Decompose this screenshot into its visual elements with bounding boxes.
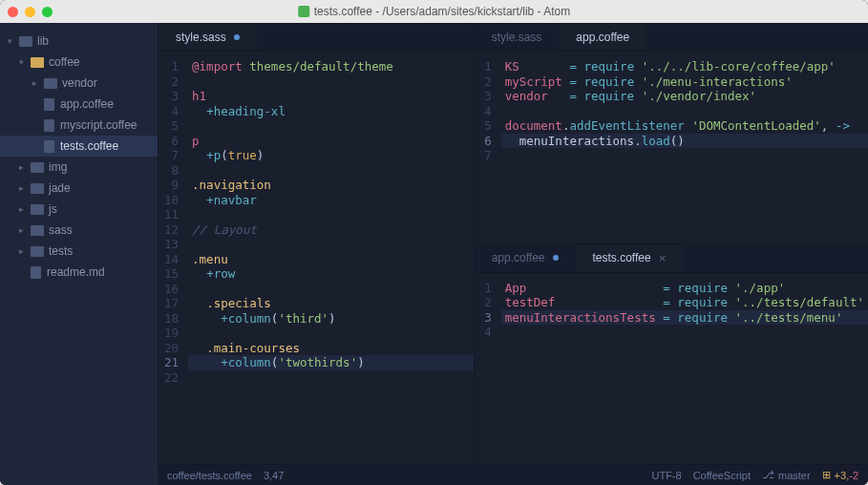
tree-item-sass[interactable]: ▸sass bbox=[0, 220, 158, 241]
code-line[interactable]: h1 bbox=[188, 89, 474, 104]
line-number: 15 bbox=[164, 266, 179, 282]
code-area[interactable]: KS = require '../../lib-core/coffee/app'… bbox=[501, 52, 868, 243]
tree-view[interactable]: ▾ lib ▾coffee▸vendorapp.coffeemyscript.c… bbox=[0, 23, 158, 485]
editor[interactable]: 1234 App = require './app'testDef = requ… bbox=[475, 273, 868, 465]
code-line[interactable] bbox=[501, 104, 868, 119]
close-icon[interactable] bbox=[8, 7, 18, 17]
line-number: 4 bbox=[164, 104, 179, 119]
chevron-icon[interactable]: ▸ bbox=[19, 221, 29, 239]
code-line[interactable]: +navbar bbox=[188, 193, 474, 208]
editor[interactable]: 12345678910111213141516171819202122 @imp… bbox=[159, 52, 474, 464]
tab-style-sass[interactable]: style.sass bbox=[159, 23, 257, 51]
line-number: 2 bbox=[480, 295, 492, 310]
zoom-icon[interactable] bbox=[42, 7, 53, 17]
code-line[interactable] bbox=[188, 118, 474, 134]
code-line[interactable]: +row bbox=[188, 266, 474, 282]
chevron-icon[interactable]: ▸ bbox=[19, 200, 29, 218]
close-icon[interactable]: × bbox=[659, 251, 667, 265]
gutter: 12345678910111213141516171819202122 bbox=[159, 52, 188, 464]
code-line[interactable] bbox=[188, 74, 474, 90]
chevron-icon[interactable]: ▸ bbox=[19, 242, 29, 260]
tab-bar[interactable]: style.sassapp.coffee bbox=[475, 23, 868, 52]
code-line[interactable]: .main-courses bbox=[188, 341, 474, 356]
tree-item-tests[interactable]: ▸tests bbox=[0, 241, 158, 262]
status-path[interactable]: coffee/tests.coffee bbox=[167, 470, 252, 481]
line-number: 5 bbox=[480, 118, 492, 134]
chevron-icon[interactable]: ▸ bbox=[32, 74, 42, 92]
status-language[interactable]: CoffeeScript bbox=[693, 470, 751, 481]
chevron-icon[interactable]: ▸ bbox=[19, 158, 29, 176]
line-number: 17 bbox=[164, 296, 179, 311]
tree-label: coffee bbox=[49, 53, 79, 71]
code-line[interactable] bbox=[501, 325, 868, 340]
code-line[interactable]: App = require './app' bbox=[501, 281, 868, 296]
code-line[interactable]: menuInteractions.load() bbox=[501, 134, 868, 149]
line-number: 3 bbox=[480, 89, 492, 104]
line-number: 3 bbox=[480, 310, 492, 326]
code-area[interactable]: @import themes/default/theme h1 +heading… bbox=[188, 52, 474, 464]
status-git-diff[interactable]: +3,-2 bbox=[835, 470, 858, 481]
line-number: 3 bbox=[164, 89, 179, 104]
line-number: 21 bbox=[164, 355, 179, 370]
git-diff-icon: ⊞ bbox=[822, 469, 831, 481]
line-number: 6 bbox=[164, 134, 179, 149]
code-line[interactable]: myScript = require './menu-interactions' bbox=[501, 74, 868, 90]
chevron-icon[interactable]: ▾ bbox=[19, 53, 29, 71]
code-line[interactable]: +column('twothirds') bbox=[188, 355, 474, 370]
status-encoding[interactable]: UTF-8 bbox=[651, 470, 681, 481]
code-line[interactable]: document.addEventListener 'DOMContentLoa… bbox=[501, 118, 868, 134]
code-line[interactable] bbox=[188, 370, 474, 386]
tree-item-coffee[interactable]: ▾coffee bbox=[0, 52, 158, 73]
tree-item-readme-md[interactable]: readme.md bbox=[0, 262, 158, 283]
tab-style-sass[interactable]: style.sass bbox=[475, 23, 560, 51]
code-line[interactable] bbox=[188, 282, 474, 297]
code-line[interactable]: p bbox=[188, 134, 474, 149]
tree-item-img[interactable]: ▸img bbox=[0, 157, 158, 178]
code-line[interactable]: // Layout bbox=[188, 222, 474, 238]
code-line[interactable]: +heading-xl bbox=[188, 104, 474, 119]
titlebar[interactable]: tests.coffee - /Users/adam/sites/kicksta… bbox=[0, 0, 868, 23]
window-title: tests.coffee - /Users/adam/sites/kicksta… bbox=[298, 5, 571, 18]
code-line[interactable]: vendor = require './vendor/index' bbox=[501, 89, 868, 104]
traffic-lights bbox=[8, 7, 53, 17]
code-line[interactable] bbox=[188, 237, 474, 252]
code-line[interactable]: .menu bbox=[188, 252, 474, 267]
code-line[interactable]: testDef = require '../tests/default' bbox=[501, 295, 868, 310]
code-line[interactable] bbox=[188, 207, 474, 222]
folder-icon bbox=[31, 204, 44, 215]
chevron-down-icon[interactable]: ▾ bbox=[8, 32, 17, 50]
status-branch[interactable]: master bbox=[778, 470, 811, 481]
code-line[interactable]: .specials bbox=[188, 296, 474, 311]
tree-item-vendor[interactable]: ▸vendor bbox=[0, 73, 158, 94]
tree-item-myscript-coffee[interactable]: myscript.coffee bbox=[0, 115, 158, 136]
git-del: -2 bbox=[849, 470, 858, 481]
file-icon bbox=[44, 98, 54, 111]
tab-bar[interactable]: app.coffeetests.coffee× bbox=[475, 244, 868, 273]
tab-app-coffee[interactable]: app.coffee bbox=[559, 23, 646, 51]
tab-tests-coffee[interactable]: tests.coffee× bbox=[576, 244, 684, 272]
chevron-icon[interactable]: ▸ bbox=[19, 179, 29, 197]
status-bar[interactable]: coffee/tests.coffee 3,47 UTF-8 CoffeeScr… bbox=[158, 464, 868, 485]
minimize-icon[interactable] bbox=[25, 7, 35, 17]
tree-root[interactable]: ▾ lib bbox=[0, 31, 158, 52]
code-line[interactable] bbox=[188, 326, 474, 341]
tab-app-coffee[interactable]: app.coffee bbox=[475, 244, 576, 272]
code-area[interactable]: App = require './app'testDef = require '… bbox=[501, 273, 868, 465]
code-line[interactable]: .navigation bbox=[188, 178, 474, 193]
code-line[interactable] bbox=[501, 148, 868, 163]
tab-bar[interactable]: style.sass bbox=[159, 23, 474, 52]
editor[interactable]: 1234567 KS = require '../../lib-core/cof… bbox=[475, 52, 868, 243]
tree-item-tests-coffee[interactable]: tests.coffee bbox=[0, 136, 158, 157]
tree-item-js[interactable]: ▸js bbox=[0, 199, 158, 220]
status-cursor[interactable]: 3,47 bbox=[264, 470, 284, 481]
tree-item-jade[interactable]: ▸jade bbox=[0, 178, 158, 199]
code-line[interactable]: +column('third') bbox=[188, 311, 474, 327]
tab-label: app.coffee bbox=[576, 31, 629, 44]
code-line[interactable] bbox=[188, 163, 474, 179]
code-line[interactable]: +p(true) bbox=[188, 148, 474, 163]
code-line[interactable]: menuInteractionsTests = require '../test… bbox=[501, 310, 868, 326]
code-line[interactable]: KS = require '../../lib-core/coffee/app' bbox=[501, 59, 868, 74]
code-line[interactable]: @import themes/default/theme bbox=[188, 59, 474, 74]
line-number: 1 bbox=[480, 59, 492, 74]
tree-item-app-coffee[interactable]: app.coffee bbox=[0, 94, 158, 115]
